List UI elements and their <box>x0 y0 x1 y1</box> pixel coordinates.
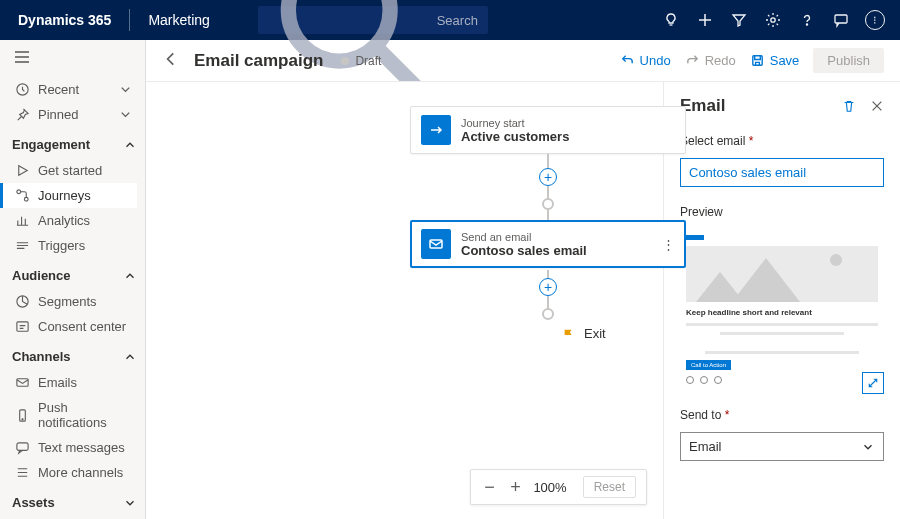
svg-point-6 <box>806 24 807 25</box>
search-placeholder: Search <box>437 13 478 28</box>
svg-rect-15 <box>17 322 28 331</box>
chevron-down-icon <box>861 440 875 454</box>
sidebar: Recent Pinned Engagement Get started Jou… <box>0 40 146 519</box>
svg-rect-16 <box>17 379 28 387</box>
sidebar-item-recent[interactable]: Recent <box>0 77 137 102</box>
node-subtitle: Journey start <box>461 117 569 129</box>
segments-icon <box>15 294 30 309</box>
preview-social-icons <box>686 376 722 384</box>
push-icon <box>15 408 30 423</box>
top-nav: Dynamics 365 Marketing Search ⁝ <box>0 0 900 40</box>
account-avatar[interactable]: ⁝ <box>860 5 890 35</box>
filter-icon[interactable] <box>724 5 754 35</box>
sidebar-item-more-channels[interactable]: More channels <box>0 460 137 485</box>
add-icon[interactable] <box>690 5 720 35</box>
add-step-button[interactable]: + <box>539 278 557 296</box>
status-badge: Draft <box>341 54 381 68</box>
preview-cta: Call to Action <box>686 360 731 370</box>
journey-node-exit[interactable]: Exit <box>562 326 606 341</box>
sidebar-item-label: Pinned <box>38 107 78 122</box>
redo-button[interactable]: Redo <box>685 53 736 68</box>
trigger-icon <box>15 238 30 253</box>
sidebar-item-label: Push notifications <box>38 400 133 430</box>
branch-ring-icon <box>542 198 554 210</box>
zoom-reset-button[interactable]: Reset <box>583 476 636 498</box>
audience-icon <box>421 115 451 145</box>
sidebar-item-label: Emails <box>38 375 77 390</box>
play-icon <box>15 163 30 178</box>
properties-panel: Email Select email Contoso sales email P… <box>664 82 900 519</box>
nav-area[interactable]: Marketing <box>140 12 217 28</box>
preview-headline: Keep headline short and relevant <box>686 308 812 317</box>
zoom-out-button[interactable]: − <box>481 478 497 496</box>
close-icon[interactable] <box>870 99 884 113</box>
back-button[interactable] <box>162 50 180 71</box>
more-channels-icon <box>15 465 30 480</box>
sidebar-item-triggers[interactable]: Triggers <box>0 233 137 258</box>
search-input[interactable]: Search <box>258 6 488 34</box>
expand-preview-button[interactable] <box>862 372 884 394</box>
main: Email campaign Draft Undo Redo Save P <box>146 40 900 519</box>
status-dot-icon <box>341 57 349 65</box>
panel-title: Email <box>680 96 725 116</box>
chevron-down-icon <box>123 496 137 510</box>
svg-rect-7 <box>835 15 847 23</box>
section-channels[interactable]: Channels <box>12 343 137 370</box>
page-title: Email campaign <box>194 51 323 71</box>
preview-logo <box>686 235 704 240</box>
sidebar-item-journeys[interactable]: Journeys <box>0 183 137 208</box>
preview-hero-image <box>686 246 878 302</box>
preview-label: Preview <box>680 205 884 219</box>
journey-node-start[interactable]: Journey start Active customers <box>410 106 686 154</box>
zoom-control: − + 100% Reset <box>470 469 647 505</box>
connector <box>547 210 549 220</box>
preview-body-line <box>720 332 845 335</box>
journey-canvas[interactable]: Journey start Active customers + Send an… <box>146 82 664 519</box>
zoom-in-button[interactable]: + <box>507 478 523 496</box>
sendto-select[interactable]: Email <box>680 432 884 461</box>
sidebar-item-segments[interactable]: Segments <box>0 289 137 314</box>
node-subtitle: Send an email <box>461 231 587 243</box>
nav-divider <box>129 9 130 31</box>
publish-button[interactable]: Publish <box>813 48 884 73</box>
pin-icon <box>15 107 30 122</box>
add-step-button[interactable]: + <box>539 168 557 186</box>
sidebar-item-get-started[interactable]: Get started <box>0 158 137 183</box>
select-email-input[interactable]: Contoso sales email <box>680 158 884 187</box>
command-bar: Email campaign Draft Undo Redo Save P <box>146 40 900 82</box>
consent-icon <box>15 319 30 334</box>
sidebar-item-label: Text messages <box>38 440 125 455</box>
gear-icon[interactable] <box>758 5 788 35</box>
section-assets[interactable]: Assets <box>12 489 137 516</box>
end-ring-icon <box>542 308 554 320</box>
journey-node-email[interactable]: Send an email Contoso sales email ⋮ <box>410 220 686 268</box>
sidebar-item-text[interactable]: Text messages <box>0 435 137 460</box>
undo-button[interactable]: Undo <box>620 53 671 68</box>
svg-rect-21 <box>430 240 442 248</box>
sidebar-item-push[interactable]: Push notifications <box>0 395 137 435</box>
hamburger-icon[interactable] <box>0 40 145 77</box>
mail-icon <box>15 375 30 390</box>
section-audience[interactable]: Audience <box>12 262 137 289</box>
lightbulb-icon[interactable] <box>656 5 686 35</box>
sidebar-item-pinned[interactable]: Pinned <box>0 102 137 127</box>
save-button[interactable]: Save <box>750 53 800 68</box>
sidebar-item-analytics[interactable]: Analytics <box>0 208 137 233</box>
node-title: Active customers <box>461 129 569 144</box>
sidebar-item-emails[interactable]: Emails <box>0 370 137 395</box>
help-icon[interactable] <box>792 5 822 35</box>
sidebar-item-consent-center[interactable]: Consent center <box>0 314 137 339</box>
chat-icon[interactable] <box>826 5 856 35</box>
preview-body-line <box>686 323 878 326</box>
brand[interactable]: Dynamics 365 <box>10 12 119 28</box>
sidebar-item-label: Triggers <box>38 238 85 253</box>
sms-icon <box>15 440 30 455</box>
email-icon <box>421 229 451 259</box>
delete-icon[interactable] <box>842 99 856 113</box>
chart-icon <box>15 213 30 228</box>
node-more-icon[interactable]: ⋮ <box>662 237 675 252</box>
svg-point-13 <box>24 197 28 201</box>
svg-rect-19 <box>17 443 28 451</box>
zoom-percent: 100% <box>533 480 566 495</box>
section-engagement[interactable]: Engagement <box>12 131 137 158</box>
